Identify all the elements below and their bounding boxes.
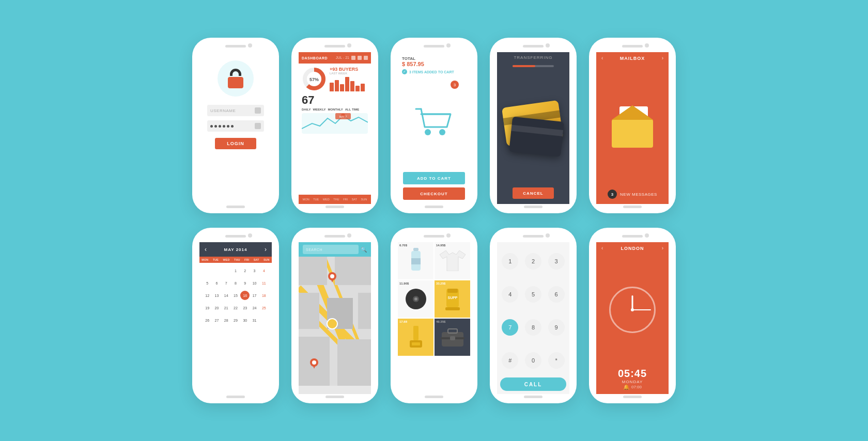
shop-item-record[interactable]: 11.90$ [398, 280, 433, 318]
cal-cell[interactable] [212, 265, 221, 276]
home-button[interactable] [226, 206, 245, 208]
new-messages-text: NEW MESSAGES [620, 192, 657, 197]
shop-item-usb[interactable]: 17.68 [398, 319, 433, 356]
price-label: 11.90$ [399, 282, 409, 285]
svg-rect-19 [358, 293, 371, 329]
dashboard-content: 57% +93 BUYERS LAST WEEK [299, 64, 371, 195]
cal-cell[interactable]: 8 [231, 277, 240, 289]
key-6[interactable]: 6 [548, 286, 565, 303]
username-field[interactable]: USERNAME [207, 105, 264, 116]
key-5[interactable]: 5 [525, 286, 541, 303]
cal-cell[interactable]: 14 [222, 290, 231, 301]
cal-cell[interactable]: 17 [250, 290, 259, 301]
home-button[interactable] [623, 206, 642, 208]
shop-item-shirt[interactable]: 14.95$ [435, 242, 470, 279]
cal-cell[interactable]: 2 [240, 265, 250, 276]
cal-cell[interactable]: 5 [203, 277, 212, 289]
prev-month-btn[interactable]: ‹ [205, 246, 207, 253]
phone-camera [546, 233, 550, 238]
home-button[interactable] [524, 206, 542, 208]
prev-city-btn[interactable]: ‹ [601, 245, 603, 251]
clock-time: 05:45 [618, 368, 647, 380]
cal-cell[interactable]: 22 [231, 302, 240, 313]
svg-rect-16 [335, 257, 371, 285]
cal-cell[interactable]: 13 [212, 290, 221, 301]
cal-cell[interactable]: 27 [212, 314, 221, 326]
cal-cell[interactable]: 6 [212, 277, 221, 289]
cal-cell[interactable] [222, 265, 231, 276]
cal-cell[interactable]: 23 [240, 302, 250, 313]
phone-speaker [622, 235, 643, 238]
key-7[interactable]: 7 [502, 319, 518, 336]
next-month-btn[interactable]: › [265, 246, 267, 253]
mailbox-icon-area: @ [609, 64, 656, 190]
call-button[interactable]: CALL [500, 377, 566, 391]
home-button[interactable] [326, 206, 344, 208]
svg-rect-17 [299, 293, 319, 329]
avatar-circle [218, 60, 254, 97]
cal-cell[interactable]: 18 [259, 290, 269, 301]
login-screen: USERNAME LOGIN [199, 52, 272, 204]
svg-text:MAY 7: MAY 7 [339, 115, 347, 118]
checkout-button[interactable]: CHECKOUT [403, 187, 465, 200]
shop-item-supplement[interactable]: 33.25$ SUPP [435, 280, 470, 318]
cancel-button[interactable]: CANCEL [513, 187, 554, 199]
cal-cell[interactable]: 15 [231, 290, 240, 301]
phone-speaker [424, 235, 444, 238]
wave-chart: MAY 7 [302, 113, 368, 134]
svg-point-24 [330, 274, 334, 278]
next-city-btn[interactable]: › [662, 245, 663, 251]
password-field[interactable] [207, 120, 264, 132]
cal-cell[interactable]: 26 [203, 314, 212, 326]
home-button[interactable] [226, 396, 245, 398]
cal-cell[interactable]: 1 [231, 265, 240, 276]
cal-cell[interactable]: 28 [222, 314, 231, 326]
cal-cell[interactable] [203, 265, 212, 276]
home-button[interactable] [425, 396, 443, 398]
back-nav[interactable]: ‹ [601, 55, 603, 61]
key-3[interactable]: 3 [548, 253, 565, 270]
cal-cell[interactable]: 31 [250, 314, 259, 326]
phone-camera [446, 233, 451, 238]
cal-cell[interactable]: 29 [231, 314, 240, 326]
cal-cell[interactable]: 20 [212, 302, 221, 313]
cal-cell[interactable]: 3 [250, 265, 259, 276]
key-star[interactable]: * [548, 352, 565, 369]
transfer-screen: TRANSFERRING CANCEL [497, 52, 569, 204]
search-input[interactable]: SEARCH [303, 245, 359, 254]
login-button[interactable]: LOGIN [215, 138, 256, 149]
svg-point-27 [312, 360, 316, 365]
envelope-flap [612, 105, 653, 120]
cal-cell[interactable]: 19 [203, 302, 212, 313]
cal-cell[interactable]: 25 [259, 302, 269, 313]
phone-login: USERNAME LOGIN [192, 38, 279, 213]
cal-cell[interactable]: 11 [259, 277, 269, 289]
cal-cell[interactable]: 12 [203, 290, 212, 301]
forward-nav[interactable]: › [662, 55, 663, 61]
today-cell[interactable]: 16 [240, 291, 250, 300]
cal-cell[interactable]: 24 [250, 302, 259, 313]
key-8[interactable]: 8 [525, 319, 541, 336]
key-2[interactable]: 2 [525, 253, 541, 270]
shop-item-bottle[interactable]: 6.70$ [398, 242, 433, 279]
key-hash[interactable]: # [502, 352, 518, 369]
search-icon [358, 56, 362, 60]
key-4[interactable]: 4 [502, 286, 518, 303]
key-9[interactable]: 9 [548, 319, 565, 336]
key-0[interactable]: 0 [525, 352, 541, 369]
home-button[interactable] [623, 396, 642, 398]
add-to-cart-button[interactable]: ADD TO CART [403, 172, 465, 184]
new-messages-row: 3 NEW MESSAGES [608, 190, 657, 199]
home-button[interactable] [524, 396, 542, 398]
shop-item-briefcase[interactable]: 49.35$ [435, 319, 470, 356]
home-button[interactable] [425, 206, 443, 208]
cal-cell[interactable]: 7 [222, 277, 231, 289]
key-1[interactable]: 1 [502, 253, 518, 270]
cal-cell[interactable]: 30 [240, 314, 250, 326]
cal-cell[interactable]: 4 [259, 265, 269, 276]
cal-cell[interactable]: 10 [250, 277, 259, 289]
cal-cell[interactable]: 9 [240, 277, 250, 289]
cal-cell[interactable] [259, 314, 269, 326]
cal-cell[interactable]: 21 [222, 302, 231, 313]
home-button[interactable] [326, 396, 344, 398]
